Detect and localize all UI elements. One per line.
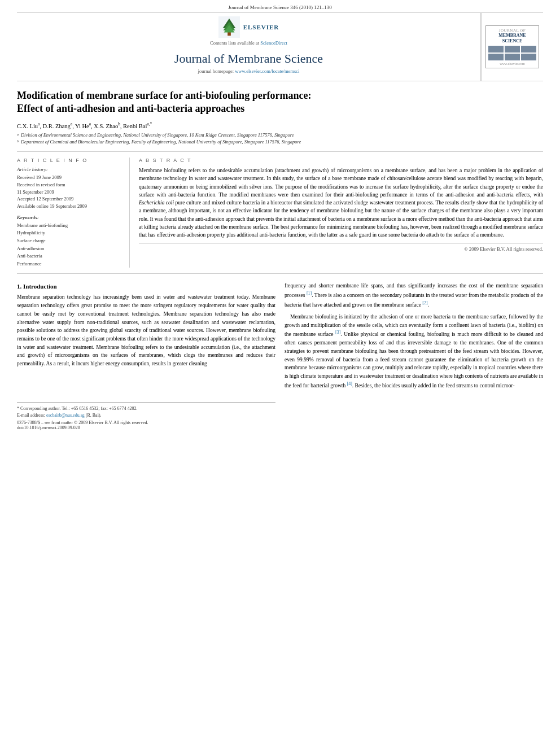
accepted-date: Accepted 12 September 2009 <box>17 195 124 203</box>
ref-1: [1] <box>307 291 312 296</box>
body-right-col: frequency and shorter membrane life span… <box>285 282 543 430</box>
journal-title: Journal of Membrane Science <box>174 46 323 68</box>
homepage-link[interactable]: www.elsevier.com/locate/memsci <box>235 68 299 74</box>
article-history-label: Article history: <box>17 167 124 172</box>
body-left-col: 1. Introduction Membrane separation tech… <box>17 282 275 430</box>
sciencedirect-link[interactable]: ScienceDirect <box>260 40 287 46</box>
revised-date: 11 September 2009 <box>17 189 124 196</box>
keyword-2: Hydrophilicity <box>17 229 124 237</box>
footnote-area: * Corresponding author. Tel.: +65 6516 4… <box>17 402 275 430</box>
page: Journal of Membrane Science 346 (2010) 1… <box>0 0 560 747</box>
logo-cell <box>505 46 520 53</box>
copyright-line: © 2009 Elsevier B.V. All rights reserved… <box>139 243 543 252</box>
ref-3: [3] <box>335 330 340 335</box>
sup-a: a <box>38 121 40 126</box>
aff-sup-a: a <box>17 132 19 139</box>
sup-b: b <box>118 121 120 126</box>
logo-cell <box>521 54 536 60</box>
right-para-1: frequency and shorter membrane life span… <box>285 282 543 309</box>
sup-a2: a <box>71 121 72 126</box>
elsevier-tree-icon <box>218 16 240 38</box>
homepage-text: journal homepage: <box>198 68 234 74</box>
logo-title: journal of <box>488 28 536 33</box>
sup-star: ,* <box>149 121 152 126</box>
email-note: E-mail address: escbairb@nus.edu.sg (R. … <box>17 412 275 419</box>
main-body: 1. Introduction Membrane separation tech… <box>17 273 543 430</box>
affiliation-a-text: Division of Environmental Science and En… <box>21 132 294 139</box>
issn-line: 0376-7388/$ – see front matter © 2009 El… <box>17 420 275 425</box>
doi-line: doi:10.1016/j.memsci.2009.09.028 <box>17 425 275 430</box>
contents-text: Contents lists available at <box>210 40 259 46</box>
affiliation-b-text: Department of Chemical and Biomolecular … <box>21 139 301 146</box>
contents-available-line: Contents lists available at ScienceDirec… <box>210 40 287 46</box>
section-title-text: Introduction <box>23 283 57 290</box>
right-para-2: Membrane biofouling is initiated by the … <box>285 313 543 390</box>
abstract-col: A B S T R A C T Membrane biofouling refe… <box>139 158 543 268</box>
received-date: Received 19 June 2009 <box>17 174 124 181</box>
ref-4: [4] <box>347 381 352 386</box>
logo-footer-text: www.elsevier.com <box>488 62 536 65</box>
authors-line: C.X. Liua, D.R. Zhanga, Yi Hea, X.S. Zha… <box>17 121 543 129</box>
journal-banner: ELSEVIER Contents lists available at Sci… <box>17 13 543 81</box>
intro-para-1: Membrane separation technology has incre… <box>17 293 275 368</box>
corresponding-author-note: * Corresponding author. Tel.: +65 6516 4… <box>17 405 275 412</box>
banner-left: ELSEVIER Contents lists available at Sci… <box>17 13 481 81</box>
banner-right: journal of MEMBRANESCIENCE www.elsevier.… <box>481 13 543 81</box>
logo-grid <box>488 46 536 60</box>
elsevier-logo: ELSEVIER <box>218 16 279 38</box>
keyword-5: Anti-bacteria <box>17 252 124 260</box>
affiliation-a: a Division of Environmental Science and … <box>17 132 543 139</box>
logo-cell <box>488 46 504 53</box>
homepage-line: journal homepage: www.elsevier.com/locat… <box>198 68 300 77</box>
article-info-col: A R T I C L E I N F O Article history: R… <box>17 158 130 268</box>
journal-logo-box: journal of MEMBRANESCIENCE www.elsevier.… <box>485 25 539 68</box>
revised-label: Received in revised form <box>17 181 124 189</box>
logo-name: MEMBRANESCIENCE <box>488 33 536 43</box>
keyword-4: Anti-adhesion <box>17 245 124 253</box>
affiliations: a Division of Environmental Science and … <box>17 132 543 146</box>
logo-cell <box>521 46 536 53</box>
logo-cell <box>505 54 520 60</box>
introduction-body: Membrane separation technology has incre… <box>17 293 275 368</box>
abstract-heading: A B S T R A C T <box>139 158 543 163</box>
article-info-heading: A R T I C L E I N F O <box>17 158 124 163</box>
keywords-label: Keywords: <box>17 215 124 220</box>
email-link[interactable]: escbairb@nus.edu.sg <box>46 413 85 418</box>
aff-sup-b: b <box>17 139 19 146</box>
article-content: Modification of membrane surface for ant… <box>17 81 543 268</box>
logo-cell <box>488 54 504 60</box>
article-title: Modification of membrane surface for ant… <box>17 89 543 116</box>
right-body-text: frequency and shorter membrane life span… <box>285 282 543 390</box>
abstract-text: Membrane biofouling refers to the undesi… <box>139 167 543 239</box>
introduction-title: 1. Introduction <box>17 283 275 290</box>
keyword-6: Performance <box>17 260 124 268</box>
keyword-3: Surface charge <box>17 237 124 245</box>
available-date: Available online 19 September 2009 <box>17 203 124 210</box>
sup-a3: a <box>89 121 91 126</box>
citation-text: Journal of Membrane Science 346 (2010) 1… <box>228 5 331 10</box>
elsevier-brand-text: ELSEVIER <box>243 24 279 30</box>
journal-citation: Journal of Membrane Science 346 (2010) 1… <box>17 0 543 13</box>
article-info-abstract: A R T I C L E I N F O Article history: R… <box>17 151 543 268</box>
keyword-1: Membrane anti-biofouling <box>17 222 124 230</box>
ref-2: [2] <box>422 300 427 305</box>
ecoli-italic: Escherichia coli <box>139 200 174 206</box>
affiliation-b: b Department of Chemical and Biomolecula… <box>17 139 543 146</box>
section-number: 1. <box>17 283 21 290</box>
